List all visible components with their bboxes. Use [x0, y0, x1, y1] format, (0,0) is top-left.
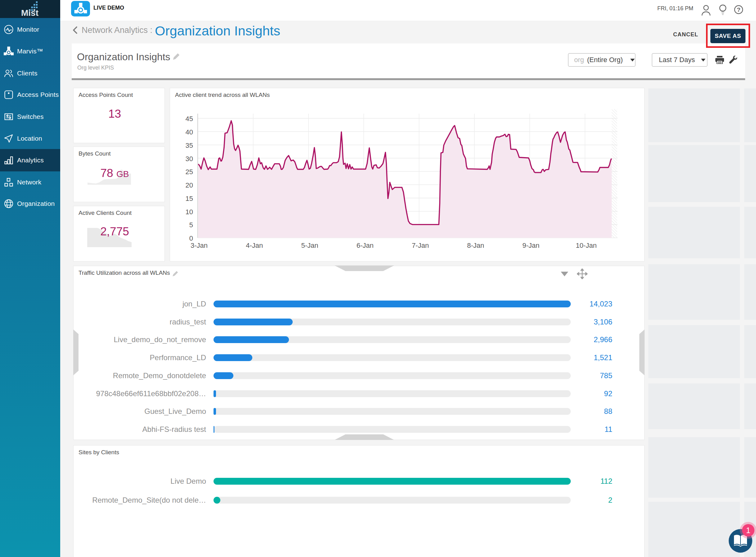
- svg-text:?: ?: [737, 6, 740, 13]
- svg-text:5-Jan: 5-Jan: [301, 241, 318, 249]
- svg-text:30: 30: [186, 155, 193, 163]
- svg-text:4-Jan: 4-Jan: [246, 241, 263, 249]
- svg-text:45: 45: [186, 115, 193, 123]
- svg-text:5: 5: [189, 221, 193, 229]
- svg-text:10-Jan: 10-Jan: [576, 241, 597, 249]
- svg-text:20: 20: [186, 181, 193, 189]
- svg-text:8-Jan: 8-Jan: [467, 241, 484, 249]
- svg-text:7-Jan: 7-Jan: [412, 241, 429, 249]
- svg-text:40: 40: [186, 128, 193, 136]
- svg-text:10: 10: [186, 208, 193, 216]
- svg-text:0: 0: [189, 234, 193, 242]
- svg-text:Mist: Mist: [21, 8, 38, 18]
- svg-text:3-Jan: 3-Jan: [190, 241, 208, 249]
- svg-text:35: 35: [186, 142, 193, 149]
- svg-text:9-Jan: 9-Jan: [522, 241, 539, 249]
- svg-text:6-Jan: 6-Jan: [357, 241, 374, 249]
- svg-text:25: 25: [186, 168, 193, 176]
- svg-text:15: 15: [186, 195, 193, 202]
